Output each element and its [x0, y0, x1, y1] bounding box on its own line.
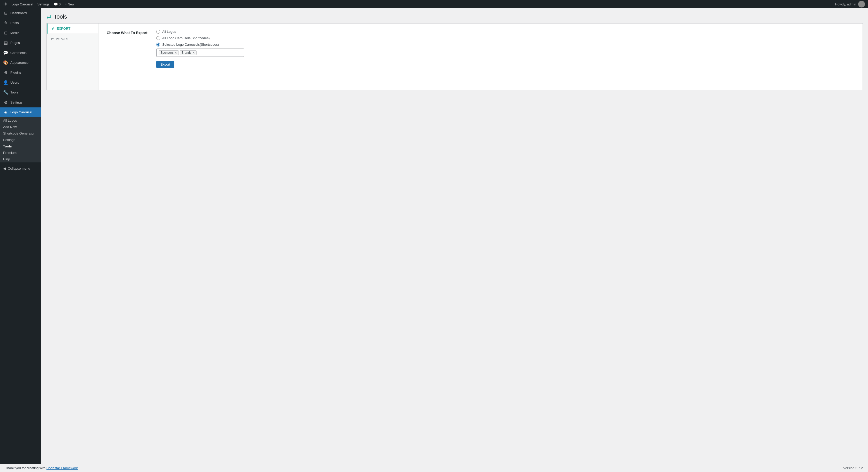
tools-title-icon: ⇄ [46, 13, 51, 20]
footer-framework-link[interactable]: Codestar Framework [46, 466, 78, 470]
comment-icon: 💬 [54, 2, 58, 6]
radio-all-carousels-label: All Logo Carousels(Shortcodes) [162, 36, 210, 40]
submenu-premium[interactable]: Premium [0, 150, 41, 156]
sidebar-item-dashboard[interactable]: ⊞ Dashboard [0, 8, 41, 18]
layout: ⊞ Dashboard ✎ Posts ⊡ Media ▤ Pages 💬 Co… [0, 8, 868, 464]
avatar [858, 1, 865, 7]
admin-bar-new[interactable]: + New [65, 2, 74, 6]
sidebar-label-pages: Pages [10, 40, 20, 45]
tags-input-wrapper[interactable]: Sponsors ✕ Brands ✕ [156, 49, 244, 57]
pages-icon: ▤ [3, 40, 8, 46]
comments-icon: 💬 [3, 50, 8, 56]
tab-import[interactable]: ⇌ IMPORT [47, 34, 98, 44]
export-button[interactable]: Export [156, 61, 175, 68]
sidebar-item-settings[interactable]: ⚙ Settings [0, 98, 41, 107]
sidebar-label-users: Users [10, 80, 19, 85]
sidebar-label-appearance: Appearance [10, 60, 28, 65]
sidebar-label-settings: Settings [10, 100, 23, 105]
sidebar-label-media: Media [10, 31, 20, 35]
radio-selected-carousels[interactable]: Selected Logo Carousels(Shortcodes) [156, 42, 244, 46]
export-content-panel: Choose What To Export All Logos All Logo… [98, 24, 863, 90]
radio-all-logos-input[interactable] [156, 30, 160, 34]
radio-group: All Logos All Logo Carousels(Shortcodes)… [156, 30, 244, 46]
logo-carousel-submenu: All Logos Add New Shortcode Generator Se… [0, 117, 41, 162]
sidebar-item-appearance[interactable]: 🎨 Appearance [0, 58, 41, 68]
import-icon: ⇌ [51, 37, 54, 41]
footer-version: Version 5.7.2 [843, 466, 863, 470]
howdy-text: Howdy, admin [835, 2, 856, 6]
sidebar-item-plugins[interactable]: ⊕ Plugins [0, 68, 41, 77]
wordpress-logo[interactable]: ⚛ [3, 1, 7, 7]
sidebar-label-dashboard: Dashboard [10, 11, 27, 15]
sidebar-item-pages[interactable]: ▤ Pages [0, 38, 41, 48]
footer-left: Thank you for creating with Codestar Fra… [5, 466, 78, 470]
submenu-tools[interactable]: Tools [0, 143, 41, 150]
admin-bar: ⚛ Logo Carousel Settings 💬 0 + New Howdy… [0, 0, 868, 8]
submenu-help[interactable]: Help [0, 156, 41, 162]
appearance-icon: 🎨 [3, 60, 8, 66]
radio-selected-carousels-label: Selected Logo Carousels(Shortcodes) [162, 42, 219, 46]
submenu-shortcode-generator[interactable]: Shortcode Generator [0, 130, 41, 136]
sidebar: ⊞ Dashboard ✎ Posts ⊡ Media ▤ Pages 💬 Co… [0, 8, 41, 464]
radio-all-carousels-input[interactable] [156, 36, 160, 40]
export-options: All Logos All Logo Carousels(Shortcodes)… [156, 30, 244, 68]
tag-brands-label: Brands [182, 51, 191, 55]
sidebar-label-plugins: Plugins [10, 70, 22, 75]
sidebar-label-comments: Comments [10, 51, 27, 55]
collapse-icon: ◀ [3, 166, 6, 170]
logo-carousel-icon: ◈ [3, 109, 8, 115]
settings-icon: ⚙ [3, 100, 8, 105]
submenu-add-new[interactable]: Add New [0, 124, 41, 130]
tools-container: ⇄ EXPORT ⇌ IMPORT Choose What To Export [46, 23, 863, 90]
tag-brands: Brands ✕ [180, 50, 196, 55]
submenu-settings[interactable]: Settings [0, 136, 41, 143]
tag-sponsors-label: Sponsors [160, 51, 174, 55]
media-icon: ⊡ [3, 30, 8, 36]
tag-sponsors-remove[interactable]: ✕ [175, 51, 177, 55]
collapse-label: Collapse menu [8, 166, 30, 170]
choose-export-label: Choose What To Export [107, 30, 148, 35]
tools-icon: 🔧 [3, 90, 8, 95]
sidebar-label-logo-carousel: Logo Carousel [10, 110, 32, 115]
tab-import-label: IMPORT [56, 37, 69, 41]
site-name[interactable]: Logo Carousel [11, 2, 33, 6]
sidebar-item-media[interactable]: ⊡ Media [0, 28, 41, 38]
posts-icon: ✎ [3, 20, 8, 26]
comment-count: 0 [59, 2, 61, 6]
dashboard-icon: ⊞ [3, 10, 8, 16]
radio-all-carousels[interactable]: All Logo Carousels(Shortcodes) [156, 36, 244, 40]
radio-all-logos[interactable]: All Logos [156, 30, 244, 34]
radio-all-logos-label: All Logos [162, 30, 176, 34]
plugins-icon: ⊕ [3, 70, 8, 75]
collapse-menu[interactable]: ◀ Collapse menu [0, 164, 41, 172]
tag-sponsors: Sponsors ✕ [159, 50, 179, 55]
sidebar-item-logo-carousel[interactable]: ◈ Logo Carousel [0, 107, 41, 117]
footer-thank-you: Thank you for creating with [5, 466, 45, 470]
main-content: ⇄ Tools ⇄ EXPORT ⇌ IMPORT Choose What To… [41, 8, 868, 464]
sidebar-label-tools: Tools [10, 90, 18, 95]
users-icon: 👤 [3, 80, 8, 86]
admin-bar-settings[interactable]: Settings [37, 2, 50, 6]
sidebar-item-users[interactable]: 👤 Users [0, 78, 41, 88]
page-title: Tools [54, 13, 67, 20]
tag-brands-remove[interactable]: ✕ [192, 51, 195, 55]
footer: Thank you for creating with Codestar Fra… [0, 464, 868, 472]
admin-bar-comments[interactable]: 💬 0 [54, 2, 61, 6]
tab-export[interactable]: ⇄ EXPORT [47, 24, 98, 34]
export-section: Choose What To Export All Logos All Logo… [107, 30, 854, 68]
submenu-all-logos[interactable]: All Logos [0, 117, 41, 124]
page-title-bar: ⇄ Tools [46, 13, 863, 23]
tabs-panel: ⇄ EXPORT ⇌ IMPORT [47, 24, 98, 90]
sidebar-item-comments[interactable]: 💬 Comments [0, 48, 41, 58]
tab-export-label: EXPORT [57, 27, 70, 30]
tags-text-input[interactable] [197, 51, 242, 55]
sidebar-item-tools[interactable]: 🔧 Tools [0, 88, 41, 97]
sidebar-label-posts: Posts [10, 21, 19, 25]
export-icon: ⇄ [52, 27, 55, 30]
radio-selected-carousels-input[interactable] [156, 42, 160, 46]
sidebar-item-posts[interactable]: ✎ Posts [0, 18, 41, 28]
